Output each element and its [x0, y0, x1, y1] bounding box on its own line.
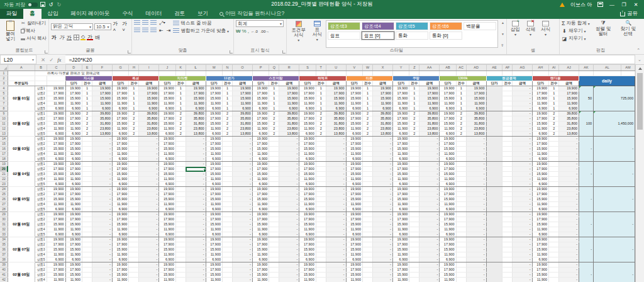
count-cell[interactable] [269, 252, 279, 257]
count-cell[interactable] [316, 137, 326, 142]
amount-cell[interactable]: 6,900 [279, 106, 299, 111]
price-cell[interactable]: 19,900 [112, 162, 128, 167]
amount-cell[interactable]: - [559, 222, 579, 227]
row-number[interactable]: 38 [0, 257, 8, 262]
price-cell[interactable]: 15,900 [206, 247, 222, 252]
amount-cell[interactable]: - [419, 192, 440, 197]
daily-count-cell[interactable]: - [579, 237, 594, 262]
count-cell[interactable]: 2 [82, 132, 92, 137]
col-header-AL[interactable]: AL [594, 65, 621, 71]
amount-cell[interactable]: - [559, 217, 579, 222]
count-cell[interactable] [363, 252, 373, 257]
count-cell[interactable] [175, 152, 186, 157]
price-cell[interactable]: 19,900 [346, 187, 362, 192]
price-cell[interactable]: 11,900 [206, 127, 222, 132]
count-cell[interactable]: 1 [82, 101, 92, 106]
count-cell[interactable]: 1 [409, 106, 419, 111]
price-cell[interactable] [486, 182, 502, 187]
amount-cell[interactable]: - [419, 278, 440, 282]
price-cell[interactable] [486, 101, 502, 106]
count-cell[interactable] [316, 273, 326, 278]
row-number[interactable]: 29 [0, 212, 8, 217]
count-cell[interactable] [549, 247, 559, 252]
amount-cell[interactable]: - [139, 207, 159, 212]
count-cell[interactable]: 1 [269, 96, 279, 101]
amount-cell[interactable]: - [373, 232, 393, 237]
count-cell[interactable]: 2 [316, 116, 326, 121]
count-cell[interactable] [502, 162, 513, 167]
sub-header[interactable]: 단가 [159, 81, 175, 86]
amount-cell[interactable]: - [139, 278, 159, 282]
amount-cell[interactable]: - [279, 172, 299, 177]
price-cell[interactable]: 19,900 [112, 262, 128, 268]
sub-header[interactable]: 금액 [559, 81, 579, 86]
count-cell[interactable]: 2 [223, 111, 233, 116]
count-cell[interactable]: 1 [129, 106, 139, 111]
row-number[interactable]: 1 [0, 71, 8, 76]
count-cell[interactable] [175, 232, 186, 237]
price-cell[interactable]: 17,900 [159, 142, 175, 147]
count-cell[interactable] [316, 167, 326, 172]
base-price-cell[interactable]: 17,900 [47, 91, 65, 96]
count-cell[interactable] [175, 187, 186, 192]
amount-cell[interactable]: - [186, 157, 206, 162]
count-cell[interactable]: 1 [316, 101, 326, 106]
amount-cell[interactable]: - [559, 172, 579, 177]
amount-cell[interactable]: - [92, 197, 113, 202]
style-gallery-item[interactable]: 강조색6 [430, 22, 462, 30]
price-cell[interactable]: 19,900 [392, 212, 409, 217]
amount-cell[interactable]: - [559, 177, 579, 182]
increase-decimal-icon[interactable]: ←.0 [250, 30, 258, 33]
amount-cell[interactable]: - [279, 147, 299, 152]
price-cell[interactable]: 11,900 [206, 227, 222, 232]
amount-cell[interactable]: 23,800 [326, 127, 346, 132]
amount-cell[interactable]: - [513, 121, 532, 127]
sub-header[interactable]: 건수 [502, 81, 513, 86]
price-cell[interactable]: 15,900 [392, 247, 409, 252]
price-cell[interactable] [486, 257, 502, 262]
price-cell[interactable]: 17,900 [346, 116, 362, 121]
product-cell[interactable]: 상품3 [35, 197, 47, 202]
count-cell[interactable] [363, 167, 373, 172]
sub-header[interactable]: 단가 [486, 81, 502, 86]
count-cell[interactable] [502, 262, 513, 268]
amount-cell[interactable]: 35,800 [186, 116, 206, 121]
count-cell[interactable] [82, 197, 92, 202]
sheet-row[interactable]: 18상품56,9006,900-6,900-6,900-6,900-6,900-… [0, 157, 635, 162]
conditional-formatting-button[interactable]: 조건부 서식▾ [289, 20, 308, 48]
amount-cell[interactable]: - [559, 192, 579, 197]
count-cell[interactable] [129, 187, 139, 192]
price-cell[interactable]: 19,900 [299, 162, 316, 167]
count-cell[interactable] [409, 167, 419, 172]
sheet-row[interactable]: 33상품56,9006,900-6,900-6,900-6,900-6,900-… [0, 232, 635, 237]
count-cell[interactable] [502, 96, 513, 101]
amount-cell[interactable]: - [186, 252, 206, 257]
product-cell[interactable]: 상품5 [35, 232, 47, 237]
sheet-row[interactable]: 22상품411,90011,900-11,900-11,900-11,900-1… [0, 177, 635, 182]
amount-cell[interactable]: 11,900 [233, 101, 253, 106]
amount-cell[interactable]: - [326, 137, 346, 142]
product-cell[interactable]: 상품2 [35, 217, 47, 222]
price-cell[interactable] [486, 192, 502, 197]
delete-cells-button[interactable]: 삭제▾ [524, 20, 537, 48]
count-cell[interactable]: 2 [409, 111, 419, 116]
count-cell[interactable] [82, 252, 92, 257]
amount-cell[interactable]: - [513, 152, 532, 157]
user-name[interactable]: 이보스 아 [570, 1, 592, 8]
tab-0[interactable]: 파일 [0, 9, 23, 19]
amount-cell[interactable]: 23,800 [92, 127, 113, 132]
price-cell[interactable]: 11,900 [112, 202, 128, 207]
price-cell[interactable]: 19,900 [252, 86, 269, 91]
amount-cell[interactable]: - [186, 217, 206, 222]
amount-cell[interactable]: - [233, 242, 253, 247]
amount-cell[interactable]: 11,900 [373, 101, 393, 106]
amount-cell[interactable]: - [466, 202, 486, 207]
count-cell[interactable] [269, 172, 279, 177]
product-cell[interactable]: 상품3 [35, 96, 47, 101]
amount-cell[interactable]: - [279, 187, 299, 192]
amount-cell[interactable]: 17,900 [139, 91, 159, 96]
row-number[interactable]: 36 [0, 247, 8, 252]
amount-cell[interactable]: - [513, 91, 532, 96]
count-cell[interactable] [363, 187, 373, 192]
price-cell[interactable]: 11,900 [112, 177, 128, 182]
